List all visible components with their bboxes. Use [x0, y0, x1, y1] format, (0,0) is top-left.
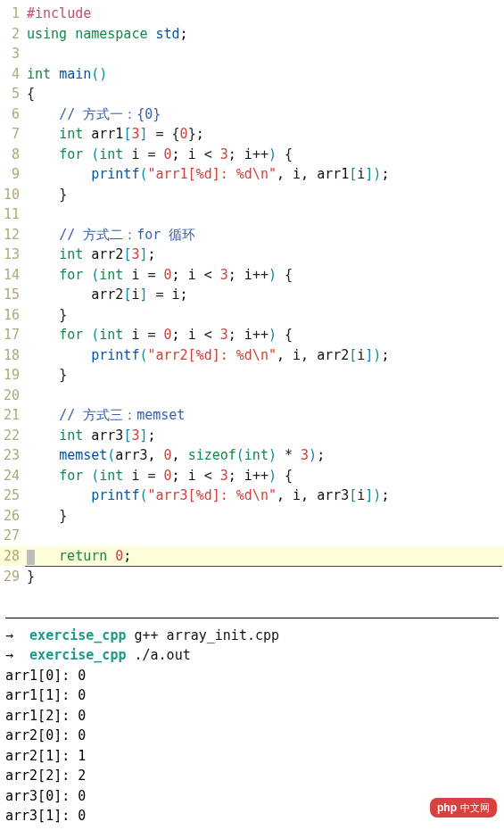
code-line: 29} — [0, 567, 504, 587]
terminal-line: → exercise_cpp g++ array_init.cpp — [5, 626, 499, 646]
line-number: 11 — [0, 204, 23, 225]
terminal-output-line: arr3[0]: 0 — [5, 786, 499, 807]
terminal-output-line: arr1[2]: 0 — [5, 706, 499, 726]
code-content — [23, 204, 27, 225]
watermark-icon: php — [437, 800, 457, 816]
line-number: 7 — [0, 124, 23, 145]
code-line: 14 for (int i = 0; i < 3; i++) { — [0, 265, 504, 286]
terminal-command: g++ array_init.cpp — [135, 627, 280, 643]
line-number: 26 — [0, 506, 23, 527]
line-number: 2 — [0, 24, 23, 45]
line-number: 5 — [0, 84, 23, 104]
line-number: 4 — [0, 64, 23, 85]
code-line: 23 memset(arr3, 0, sizeof(int) * 3); — [0, 445, 504, 466]
code-line: 27 — [0, 526, 504, 546]
terminal-output-line: arr2[2]: 2 — [5, 766, 499, 786]
line-number: 8 — [0, 145, 23, 165]
line-number: 23 — [0, 445, 23, 466]
code-content: int arr3[3]; — [23, 426, 156, 446]
code-content: } — [23, 305, 67, 326]
terminal-output-line: arr2[0]: 0 — [5, 726, 499, 746]
code-line: 5{ — [0, 84, 504, 104]
terminal-prompt: exercise_cpp — [29, 647, 126, 663]
line-number: 19 — [0, 365, 23, 386]
code-line: 9 printf("arr1[%d]: %d\n", i, arr1[i]); — [0, 164, 504, 185]
line-number: 10 — [0, 185, 23, 205]
line-number: 25 — [0, 486, 23, 506]
code-content: int main() — [23, 64, 107, 85]
code-content: for (int i = 0; i < 3; i++) { — [23, 265, 293, 286]
code-line: 20 — [0, 386, 504, 406]
code-line: 6 // 方式一：{0} — [0, 104, 504, 125]
terminal-output-line: arr2[1]: 1 — [5, 746, 499, 767]
line-number: 17 — [0, 325, 23, 345]
line-number: 16 — [0, 305, 23, 326]
code-content — [23, 44, 27, 64]
code-line: 28 return 0; — [0, 546, 504, 567]
line-number: 18 — [0, 345, 23, 366]
code-line: 19 } — [0, 365, 504, 386]
code-line: 11 — [0, 204, 504, 225]
code-content: for (int i = 0; i < 3; i++) { — [23, 325, 293, 345]
line-number: 24 — [0, 466, 23, 486]
code-content — [23, 526, 27, 546]
code-content: } — [23, 185, 67, 205]
line-number: 15 — [0, 285, 23, 305]
code-content: } — [23, 365, 67, 386]
terminal-output-line: arr1[0]: 0 — [5, 666, 499, 686]
watermark-text: 中文网 — [460, 801, 490, 816]
code-content: int arr1[3] = {0}; — [23, 124, 204, 145]
code-content: { — [23, 84, 35, 104]
terminal-output-line: arr3[2]: 0 — [5, 826, 499, 831]
code-line: 7 int arr1[3] = {0}; — [0, 124, 504, 145]
code-line: 2using namespace std; — [0, 24, 504, 45]
line-number: 6 — [0, 104, 23, 125]
line-number: 20 — [0, 386, 23, 406]
code-line: 12 // 方式二：for 循环 — [0, 225, 504, 245]
terminal-command: ./a.out — [135, 647, 191, 663]
line-number: 12 — [0, 225, 23, 245]
line-number: 29 — [0, 567, 23, 587]
code-line: 10 } — [0, 185, 504, 205]
line-number: 14 — [0, 265, 23, 286]
code-content: printf("arr1[%d]: %d\n", i, arr1[i]); — [23, 164, 389, 185]
terminal-output: → exercise_cpp g++ array_init.cpp→ exerc… — [0, 618, 504, 831]
terminal-prompt: exercise_cpp — [29, 627, 126, 643]
code-content — [23, 386, 27, 406]
code-content: int arr2[3]; — [23, 245, 156, 265]
code-content: for (int i = 0; i < 3; i++) { — [23, 466, 293, 486]
code-line: 13 int arr2[3]; — [0, 245, 504, 265]
code-line: 24 for (int i = 0; i < 3; i++) { — [0, 466, 504, 486]
code-editor: 1#include2using namespace std;34int main… — [0, 0, 504, 591]
code-line: 18 printf("arr2[%d]: %d\n", i, arr2[i]); — [0, 345, 504, 366]
terminal-line: → exercise_cpp ./a.out — [5, 645, 499, 666]
line-number: 21 — [0, 405, 23, 426]
code-content: // 方式一：{0} — [23, 104, 161, 125]
code-content: } — [23, 567, 35, 587]
code-line: 21 // 方式三：memset — [0, 405, 504, 426]
code-line: 15 arr2[i] = i; — [0, 285, 504, 305]
code-content: } — [23, 506, 67, 527]
code-content: // 方式二：for 循环 — [23, 225, 195, 245]
code-line: 16 } — [0, 305, 504, 326]
line-number: 13 — [0, 245, 23, 265]
code-content: printf("arr2[%d]: %d\n", i, arr2[i]); — [23, 345, 389, 366]
code-line: 22 int arr3[3]; — [0, 426, 504, 446]
code-line: 3 — [0, 44, 504, 64]
code-line: 4int main() — [0, 64, 504, 85]
terminal-output-line: arr1[1]: 0 — [5, 685, 499, 706]
terminal-output-line: arr3[1]: 0 — [5, 806, 499, 826]
code-content: printf("arr3[%d]: %d\n", i, arr3[i]); — [23, 486, 389, 506]
line-number: 27 — [0, 526, 23, 546]
code-content: // 方式三：memset — [23, 405, 185, 426]
terminal-separator — [5, 618, 499, 618]
code-content: return 0; — [23, 546, 131, 567]
code-content: #include — [23, 4, 91, 24]
code-line: 1#include — [0, 4, 504, 24]
watermark-badge: php 中文网 — [430, 798, 497, 818]
line-number: 3 — [0, 44, 23, 64]
code-line: 8 for (int i = 0; i < 3; i++) { — [0, 145, 504, 165]
line-number: 1 — [0, 4, 23, 24]
line-number: 22 — [0, 426, 23, 446]
line-number: 28 — [0, 546, 23, 567]
